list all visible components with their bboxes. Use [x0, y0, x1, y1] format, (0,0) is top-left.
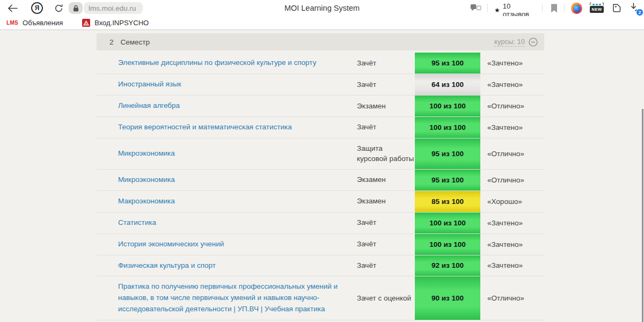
- downloads-button[interactable]: 2: [629, 3, 642, 16]
- assessment-type: Зачёт: [357, 213, 415, 233]
- assessment-type: Экзамен: [357, 96, 415, 116]
- score-badge: 90 из 100: [415, 276, 480, 320]
- grade-text: «Отлично»: [480, 102, 524, 110]
- tab-title: MOI Learning System: [215, 4, 429, 12]
- course-row: Физическая культура и спорт Зачёт 92 из …: [97, 255, 544, 277]
- bookmark-flag-icon[interactable]: [551, 4, 558, 13]
- course-link[interactable]: Макроэкономика: [118, 191, 357, 212]
- grade-text: «Зачтено»: [480, 219, 523, 227]
- grade-text: «Зачтено»: [480, 240, 523, 248]
- score-badge: 64 из 100: [415, 74, 480, 95]
- score-badge: 100 из 100: [415, 234, 480, 255]
- course-row: Линейная алгебра Экзамен 100 из 100 «Отл…: [97, 96, 544, 117]
- course-link[interactable]: Иностранный язык: [118, 74, 357, 95]
- course-link[interactable]: Физическая культура и спорт: [118, 255, 357, 276]
- semester-2-header: 2 Семестр курсы: 10: [97, 33, 544, 50]
- course-row: Элективные дисциплины по физической куль…: [97, 53, 544, 74]
- course-row: Практика по получению первичных професси…: [97, 276, 544, 320]
- inpsycho-favicon: [82, 19, 90, 27]
- marquee-corner: [590, 3, 591, 5]
- lms-page: 2 Семестр курсы: 10 Элективные дисциплин…: [0, 31, 644, 322]
- bookmark-inpsycho-login[interactable]: Вход.INPSYCHO: [82, 19, 149, 27]
- bookmark-lms-announcements[interactable]: LMS Объявления: [6, 19, 63, 27]
- marquee-dash: [596, 4, 598, 5]
- extension-new-icon[interactable]: NEW: [590, 2, 604, 14]
- toolbar-separator: [564, 4, 565, 12]
- bookmarks-bar: LMS Объявления Вход.INPSYCHO: [0, 16, 644, 30]
- assessment-type: Зачёт: [357, 117, 415, 137]
- course-rows: Элективные дисциплины по физической куль…: [97, 53, 544, 320]
- page-scrollbar[interactable]: [642, 109, 643, 322]
- assessment-type: Защита курсовой работы: [357, 138, 415, 169]
- course-row: История экономических учений Зачёт 100 и…: [97, 234, 544, 255]
- refresh-icon[interactable]: [54, 3, 63, 13]
- semester-title: Семестр: [121, 38, 150, 46]
- grade-text: «Отлично»: [480, 150, 524, 158]
- course-link[interactable]: Теория вероятностей и математическая ста…: [118, 117, 357, 138]
- grade-text: «Отлично»: [480, 176, 524, 184]
- course-row: Иностранный язык Зачёт 64 из 100 «Зачтен…: [97, 74, 544, 96]
- assessment-type: Зачёт: [357, 255, 415, 276]
- course-link[interactable]: Практика по получению первичных професси…: [118, 276, 357, 320]
- lms-favicon: LMS: [6, 20, 18, 26]
- assessment-type: Зачёт: [357, 234, 415, 254]
- extension-browser-icon[interactable]: [571, 3, 582, 14]
- course-link[interactable]: Микроэкономика: [118, 143, 357, 164]
- score-badge: 100 из 100: [415, 96, 480, 116]
- assessment-type: Зачёт: [357, 75, 415, 95]
- course-row: Микроэкономика Экзамен 95 из 100 «Отличн…: [97, 170, 544, 191]
- star-icon: ★: [494, 6, 500, 14]
- collapse-minus-icon[interactable]: [529, 38, 538, 47]
- grade-text: «Зачтено»: [480, 261, 523, 269]
- assessment-type: Зачет с оценкой: [357, 288, 415, 309]
- course-link[interactable]: История экономических учений: [118, 234, 357, 255]
- extension-ball: [573, 5, 581, 12]
- score-badge: 100 из 100: [415, 117, 480, 138]
- semester-number: 2: [109, 38, 114, 46]
- feedback-icon[interactable]: [470, 4, 481, 13]
- marquee-corner: [602, 3, 604, 5]
- course-link[interactable]: Микроэкономика: [118, 170, 357, 191]
- grade-text: «Зачтено»: [480, 59, 523, 67]
- score-badge: 92 из 100: [415, 255, 480, 276]
- score-badge: 95 из 100: [415, 53, 480, 74]
- course-row: Теория вероятностей и математическая ста…: [97, 117, 544, 138]
- course-link[interactable]: Статистика: [118, 213, 357, 233]
- grade-text: «Отлично»: [480, 294, 524, 302]
- bookmark-label: Объявления: [23, 19, 63, 27]
- back-icon[interactable]: [6, 4, 18, 12]
- course-row: Статистика Зачёт 100 из 100 «Зачтено»: [97, 213, 544, 234]
- course-link[interactable]: Элективные дисциплины по физической куль…: [118, 53, 357, 74]
- collections-tag-icon[interactable]: [611, 3, 623, 13]
- course-link[interactable]: Линейная алгебра: [118, 96, 357, 116]
- bookmark-label: Вход.INPSYCHO: [94, 19, 149, 27]
- score-badge: 100 из 100: [415, 213, 480, 233]
- score-badge: 85 из 100: [415, 191, 480, 212]
- score-badge: 95 из 100: [415, 170, 480, 191]
- courses-count-link[interactable]: курсы: 10: [494, 38, 525, 47]
- course-row: Макроэкономика Экзамен 85 из 100 «Хорошо…: [97, 191, 544, 213]
- url-text[interactable]: lms.moi.edu.ru: [84, 2, 143, 14]
- score-badge: 95 из 100: [415, 138, 480, 169]
- new-badge: NEW: [590, 6, 604, 13]
- semester-grades-table: 2 Семестр курсы: 10 Элективные дисциплин…: [97, 33, 544, 322]
- assessment-type: Экзамен: [357, 170, 415, 190]
- course-row: Микроэкономика Защита курсовой работы 95…: [97, 138, 544, 170]
- browser-toolbar: Я lms.moi.edu.ru MOI Learning System ★ 1…: [0, 0, 644, 16]
- toolbar-separator: [542, 4, 543, 12]
- marquee-dash: [599, 4, 601, 5]
- address-bar[interactable]: lms.moi.edu.ru: [69, 2, 143, 14]
- marquee-dash: [592, 4, 595, 5]
- yandex-home-icon[interactable]: Я: [31, 2, 43, 14]
- assessment-type: Экзамен: [357, 191, 415, 211]
- download-count-badge: 2: [636, 9, 643, 16]
- toolbar-separator: [487, 4, 488, 12]
- grade-text: «Хорошо»: [480, 197, 522, 206]
- ssl-lock-icon[interactable]: [69, 2, 83, 14]
- grade-text: «Зачтено»: [480, 80, 523, 89]
- grade-text: «Зачтено»: [480, 123, 523, 131]
- assessment-type: Зачёт: [357, 53, 415, 74]
